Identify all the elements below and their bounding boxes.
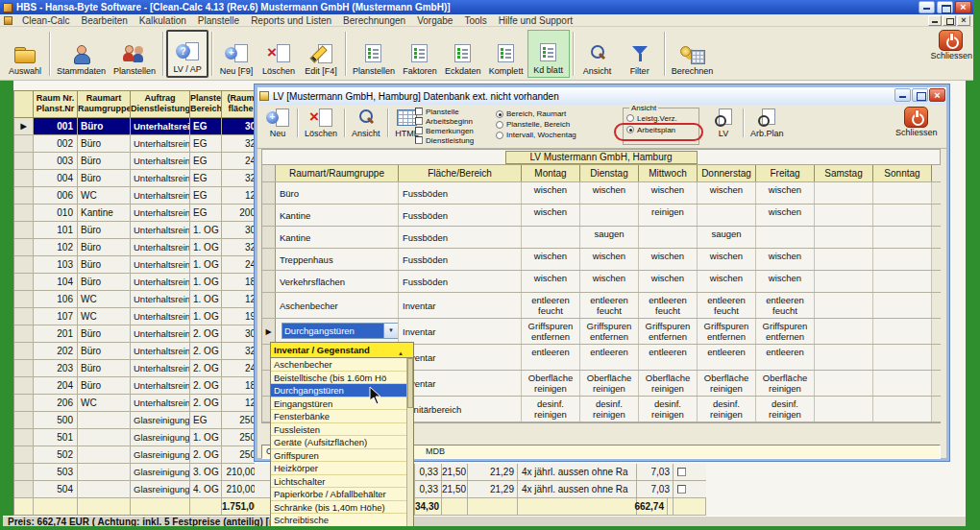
dialog-view-button-lv[interactable]: LV xyxy=(707,107,740,139)
dropdown-item[interactable]: Lichtschalter xyxy=(271,475,413,489)
dropdown-item[interactable]: Fussleisten xyxy=(271,423,413,437)
table-row[interactable]: 500GlasreinigungEG250 xyxy=(14,412,255,429)
dialog-toolbar-button-l-schen[interactable]: Löschen xyxy=(301,107,341,139)
dialog-restore-button[interactable] xyxy=(912,88,928,102)
toolbar-button-eckdaten[interactable]: Eckdaten xyxy=(441,30,485,78)
table-row[interactable]: BüroFussbödenwischenwischenwischenwische… xyxy=(262,182,940,205)
dialog-toolbar-button-ansicht[interactable]: Ansicht xyxy=(348,107,384,139)
dialog-schliessen-button[interactable]: Schliessen xyxy=(895,107,938,137)
dropdown-item[interactable]: Papierkörbe / Abfallbehälter xyxy=(271,488,413,501)
dialog-view-button-arb-plan[interactable]: Arb.Plan xyxy=(747,107,788,139)
table-row[interactable]: 204BüroUnterhaltsreini2. OG18 xyxy=(14,377,255,395)
radio-option[interactable]: Bereich, Raumart xyxy=(496,108,576,119)
menu-item-reports-und-listen[interactable]: Reports und Listen xyxy=(245,15,337,26)
table-row[interactable]: 010KantineUnterhaltsreiniEG200 xyxy=(14,205,255,222)
dropdown-scrollbar[interactable]: ▼ xyxy=(406,358,413,530)
close-button[interactable] xyxy=(955,1,971,13)
radio-option[interactable]: Arbeitsplan xyxy=(626,124,696,135)
table-row[interactable]: ▶Durchgangstüren▼InventarGriffspuren ent… xyxy=(262,319,940,345)
chevron-down-icon[interactable]: ▼ xyxy=(383,324,398,338)
menu-item-planstelle[interactable]: Planstelle xyxy=(192,15,245,26)
menu-item-berechnungen[interactable]: Berechnungen xyxy=(337,15,411,26)
dropdown-item[interactable]: Geräte (Aufsitzflächen) xyxy=(271,436,413,449)
dropdown-item[interactable]: Aschenbecher xyxy=(271,358,413,372)
dialog-minimize-button[interactable] xyxy=(894,88,911,102)
toolbar-button-komplett[interactable]: Komplett xyxy=(485,30,527,78)
cell: WC xyxy=(78,308,131,325)
dropdown-item[interactable]: Beistelltische (bis 1.60m Hö xyxy=(271,372,413,385)
checkbox[interactable] xyxy=(677,485,686,494)
table-row[interactable]: 104BüroUnterhaltsreini1. OG18 xyxy=(14,274,255,291)
app-schliessen-button[interactable]: Schliessen xyxy=(930,30,972,60)
table-row[interactable]: TreppenhausFussbödenwischenwischenwische… xyxy=(262,249,940,271)
table-row[interactable]: 101BüroUnterhaltsreini1. OG30 xyxy=(14,222,255,239)
menu-item-tools[interactable]: Tools xyxy=(458,15,492,26)
toolbar-button-planstellen[interactable]: Planstellen xyxy=(110,30,159,78)
table-row[interactable]: 006WCUnterhaltsreiniEG12 xyxy=(14,187,255,205)
mdi-close-button[interactable] xyxy=(957,15,970,26)
mdi-minimize-button[interactable] xyxy=(928,15,942,26)
table-row[interactable]: 504Glasreinigung4. OG210,00 xyxy=(14,481,255,498)
table-row[interactable]: 003BüroUnterhaltsreiniEG24 xyxy=(14,153,255,170)
table-row[interactable]: 102BüroUnterhaltsreini1. OG32 xyxy=(14,239,255,256)
day-cell: reinigen xyxy=(639,205,698,226)
table-row[interactable]: 502Glasreinigung2. OG250 xyxy=(14,446,255,464)
checkbox-option[interactable]: Arbeitsbeginn xyxy=(415,116,474,126)
checkbox-option[interactable]: Planstelle xyxy=(415,107,474,116)
toolbar-button-l-schen[interactable]: Löschen xyxy=(257,30,300,78)
dropdown-item[interactable]: Schreibtische xyxy=(271,514,413,527)
menu-item-vorgabe[interactable]: Vorgabe xyxy=(411,15,458,26)
table-row[interactable]: 002BüroUnterhaltsreiniEG32 xyxy=(14,135,255,153)
dropdown-item[interactable]: Heizkörper xyxy=(271,462,413,475)
table-row[interactable]: ▶001BüroUnterhaltsreinEG30 xyxy=(14,118,255,135)
table-row[interactable]: KantineFussbödenwischenreinigenwischen xyxy=(262,205,940,227)
table-row[interactable]: 106WCUnterhaltsreini1. OG12 xyxy=(14,291,255,308)
table-row[interactable]: 202BüroUnterhaltsreini2. OG32 xyxy=(14,343,255,360)
table-row[interactable]: 503Glasreinigung3. OG210,00 xyxy=(14,464,255,481)
toolbar-button-ansicht[interactable]: Ansicht xyxy=(576,30,619,78)
toolbar-button-stammdaten[interactable]: Stammdaten xyxy=(53,30,110,78)
dialog-toolbar-button-neu[interactable]: Neu xyxy=(261,107,294,139)
table-row[interactable]: AschenbecherInventarentleeren feuchtentl… xyxy=(262,293,940,319)
table-row[interactable]: VerkehrsflächenFussbödenwischenwischenwi… xyxy=(262,271,940,293)
checkbox-option[interactable]: Dienstleistung xyxy=(415,135,474,145)
radio-option[interactable]: Intervall, Wochentag xyxy=(496,130,576,140)
table-row[interactable]: 203BüroUnterhaltsreini2. OG24 xyxy=(14,360,255,377)
table-row[interactable]: 501Glasreinigung1. OG250 xyxy=(14,429,255,446)
toolbar-button-filter[interactable]: Filter xyxy=(619,30,661,78)
toolbar-button-planstellen[interactable]: Planstellen xyxy=(349,30,399,78)
checkbox-option[interactable]: Bemerkungen xyxy=(415,126,474,135)
dropdown-item[interactable]: Durchgangstüren xyxy=(271,384,413,398)
toolbar-button-kd-blatt[interactable]: Kd blatt xyxy=(527,30,570,78)
dropdown-item[interactable]: Fensterbänke xyxy=(271,410,413,423)
radio-option[interactable]: Planstelle, Bereich xyxy=(496,119,576,130)
menu-item-bearbeiten[interactable]: Bearbeiten xyxy=(75,15,133,26)
maximize-button[interactable] xyxy=(937,1,953,13)
table-row[interactable]: 004BüroUnterhaltsreiniEG32 xyxy=(14,170,255,187)
toolbar-button-faktoren[interactable]: Faktoren xyxy=(399,30,441,78)
toolbar-button-neu-f9-[interactable]: Neu [F9] xyxy=(215,30,257,78)
table-row[interactable]: 201BüroUnterhaltsreini2. OG30 xyxy=(14,325,255,343)
dropdown-item[interactable]: Eingangstüren xyxy=(271,398,413,411)
table-row[interactable]: 103BüroUnterhaltsreini1. OG24 xyxy=(14,256,255,274)
table-row[interactable]: 107WCUnterhaltsreini1. OG19 xyxy=(14,308,255,325)
table-row[interactable]: KantineFussbödensaugensaugen xyxy=(262,227,940,249)
toolbar-button-lv-ap[interactable]: LV / AP xyxy=(166,30,208,78)
checkbox[interactable] xyxy=(677,468,686,476)
minimize-button[interactable] xyxy=(919,1,935,13)
toolbar-button-berechnen[interactable]: Berechnen xyxy=(668,30,718,78)
dropdown-item[interactable]: Griffspuren xyxy=(271,449,413,463)
dropdown-item[interactable]: Schränke (bis 1,40m Höhe) xyxy=(271,501,413,515)
toolbar-button-auswahl[interactable]: Auswahl xyxy=(4,30,46,78)
menu-item-hilfe-und-support[interactable]: Hilfe und Support xyxy=(493,15,578,26)
mdi-restore-button[interactable] xyxy=(943,15,956,26)
dropdown-header[interactable]: Inventar / Gegenstand ▲ xyxy=(271,343,413,358)
menu-item-kalkulation[interactable]: Kalkulation xyxy=(134,15,192,26)
scrollbar-thumb[interactable] xyxy=(407,358,413,408)
dialog-close-button[interactable] xyxy=(929,88,945,102)
radio-option[interactable]: Leistg.Verz. xyxy=(626,112,696,124)
table-row[interactable]: 206WCUnterhaltsreini2. OG12 xyxy=(14,395,255,412)
inventar-combobox[interactable]: Durchgangstüren▼ xyxy=(282,323,399,339)
menu-item-clean-calc[interactable]: Clean-Calc xyxy=(16,15,75,26)
toolbar-button-edit-f4-[interactable]: Edit [F4] xyxy=(300,30,342,78)
